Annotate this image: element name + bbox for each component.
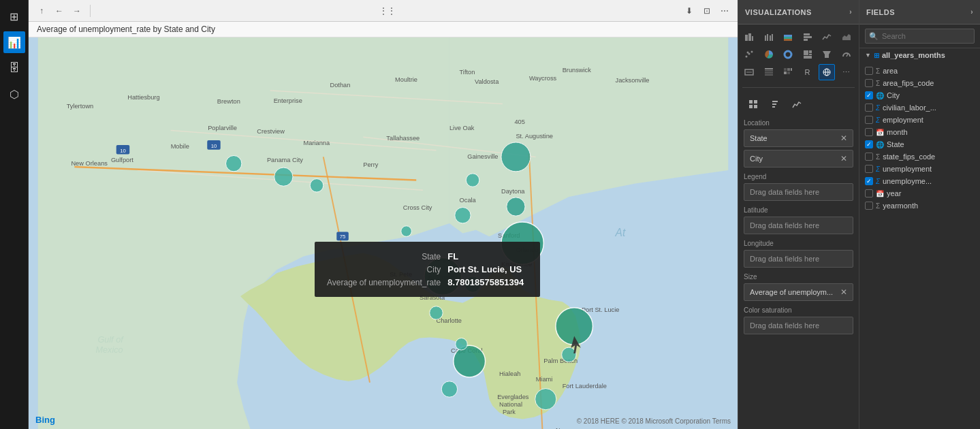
svg-point-95 (746, 56, 748, 58)
svg-text:Poplarville: Poplarville (208, 125, 237, 131)
group-expand-icon: ▼ (865, 52, 871, 59)
field-checkbox-year[interactable] (865, 189, 873, 197)
field-checkbox-employment[interactable] (865, 116, 873, 124)
undo-button[interactable]: ← (52, 3, 67, 18)
field-item-area[interactable]: Σ area (859, 65, 980, 77)
build-analytics-button[interactable] (787, 95, 806, 114)
main-content: ↑ ← → ⋮⋮ ⬇ ⊡ ⋯ Average of unemployment_r… (29, 0, 738, 429)
field-checkbox-state[interactable]: ✓ (865, 140, 873, 148)
field-label-area-fips: area_fips_code (883, 79, 934, 87)
svg-point-63 (274, 168, 293, 186)
viz-r-script-icon[interactable]: R (800, 64, 816, 80)
field-item-civilian[interactable]: Σ civilian_labor_... (859, 101, 980, 114)
field-item-state[interactable]: ✓ 🌐 State (859, 138, 980, 150)
field-checkbox-civilian[interactable] (865, 104, 873, 112)
search-icon: 🔍 (869, 32, 879, 41)
redo-button[interactable]: → (69, 3, 84, 18)
field-checkbox-area[interactable] (865, 67, 873, 75)
home-icon[interactable]: ⊞ (3, 5, 25, 27)
viz-gauge-icon[interactable] (838, 46, 855, 63)
viz-pie-icon[interactable] (761, 46, 777, 63)
viz-icons-grid: R ⋯ (738, 25, 859, 84)
svg-rect-111 (765, 72, 773, 74)
build-section: Location State ✕ City ✕ Legend Drag data… (738, 91, 859, 429)
viz-panel-title: VISUALIZATIONS (745, 8, 812, 16)
svg-text:Panama City: Panama City (267, 157, 303, 163)
report-icon[interactable]: 📊 (3, 31, 25, 53)
fields-list: Σ area Σ area_fips_code ✓ 🌐 City Σ civil… (859, 62, 980, 429)
viz-more-icon[interactable]: ⋯ (838, 64, 855, 80)
viz-area-chart-icon[interactable] (838, 29, 855, 45)
build-format-button[interactable] (765, 95, 785, 114)
state-remove-button[interactable]: ✕ (840, 133, 847, 143)
size-label: Size (744, 273, 853, 281)
field-group-header[interactable]: ▼ ⊞ all_years_months (859, 48, 980, 62)
viz-donut-icon[interactable] (780, 46, 796, 63)
viz-bar-chart-icon[interactable] (741, 29, 757, 45)
field-item-city[interactable]: ✓ 🌐 City (859, 89, 980, 101)
size-field-dropzone[interactable]: Average of unemploym... ✕ (744, 283, 853, 301)
color-dropzone[interactable]: Drag data fields here (744, 317, 853, 334)
viz-treemap-icon[interactable] (800, 46, 816, 63)
search-wrapper: 🔍 (865, 29, 975, 44)
svg-point-100 (787, 53, 789, 56)
viz-100-bar-icon[interactable] (780, 29, 796, 45)
map-container[interactable]: Gulf of Mexico At Tyler (29, 37, 738, 429)
fields-search-input[interactable] (865, 29, 975, 44)
svg-text:Enterprise: Enterprise (274, 97, 302, 104)
svg-text:Hialeah: Hialeah (499, 370, 520, 377)
viz-card-icon[interactable] (741, 64, 757, 80)
city-remove-button[interactable]: ✕ (840, 154, 847, 163)
more-options-button[interactable]: ⋯ (717, 3, 732, 18)
svg-point-71 (464, 276, 480, 292)
svg-rect-90 (784, 39, 792, 41)
download-button[interactable]: ⬇ (682, 3, 697, 18)
field-item-year[interactable]: 📅 year (859, 187, 980, 200)
svg-text:Fort Lauderdale: Fort Lauderdale (563, 383, 607, 390)
city-field-dropzone[interactable]: City ✕ (744, 150, 853, 168)
field-checkbox-yearmonth[interactable] (865, 202, 873, 210)
viz-matrix-icon[interactable] (780, 64, 796, 80)
field-item-state-fips[interactable]: Σ state_fips_code (859, 150, 980, 163)
field-item-yearmonth[interactable]: Σ yearmonth (859, 200, 980, 212)
viz-funnel-icon[interactable] (819, 46, 835, 63)
field-item-area-fips[interactable]: Σ area_fips_code (859, 77, 980, 89)
field-item-employment[interactable]: Σ employment (859, 114, 980, 126)
field-item-unemployment[interactable]: Σ unemployment (859, 163, 980, 175)
svg-text:Gainesville: Gainesville (467, 153, 498, 160)
svg-rect-87 (772, 34, 773, 41)
field-checkbox-unemployment[interactable] (865, 165, 873, 173)
state-field-dropzone[interactable]: State ✕ (744, 129, 853, 147)
svg-point-62 (226, 155, 242, 171)
map-svg: Gulf of Mexico At Tyler (29, 37, 738, 429)
svg-point-97 (751, 51, 753, 53)
legend-dropzone[interactable]: Drag data fields here (744, 183, 853, 201)
viz-horizontal-bar-icon[interactable] (800, 29, 816, 45)
field-checkbox-month[interactable] (865, 128, 873, 136)
field-label-year: year (887, 189, 901, 197)
focus-button[interactable]: ⊡ (699, 3, 714, 18)
field-checkbox-area-fips[interactable] (865, 79, 873, 87)
latitude-dropzone[interactable]: Drag data fields here (744, 217, 853, 234)
field-label-area: area (883, 67, 898, 75)
viz-table-icon[interactable] (761, 64, 777, 80)
model-icon[interactable]: ⬡ (3, 83, 25, 105)
viz-panel-chevron[interactable]: › (849, 8, 852, 16)
data-icon[interactable]: 🗄 (3, 57, 25, 79)
field-checkbox-city[interactable]: ✓ (865, 91, 873, 99)
back-button[interactable]: ↑ (34, 3, 49, 18)
viz-line-chart-icon[interactable] (819, 29, 835, 45)
field-checkbox-unemployme[interactable]: ✓ (865, 177, 873, 185)
build-fields-button[interactable] (744, 95, 763, 114)
field-item-month[interactable]: 📅 month (859, 126, 980, 138)
field-item-unemployme[interactable]: ✓ Σ unemployme... (859, 175, 980, 187)
field-checkbox-state-fips[interactable] (865, 153, 873, 161)
size-remove-button[interactable]: ✕ (840, 287, 847, 297)
longitude-dropzone[interactable]: Drag data fields here (744, 250, 853, 268)
drag-handle[interactable]: ⋮⋮ (374, 3, 401, 18)
viz-scatter-icon[interactable] (741, 46, 757, 63)
fields-panel-chevron[interactable]: › (970, 8, 973, 16)
viz-map-icon[interactable] (819, 64, 835, 80)
svg-text:Marianna: Marianna (304, 140, 330, 146)
viz-grouped-bar-icon[interactable] (761, 29, 777, 45)
